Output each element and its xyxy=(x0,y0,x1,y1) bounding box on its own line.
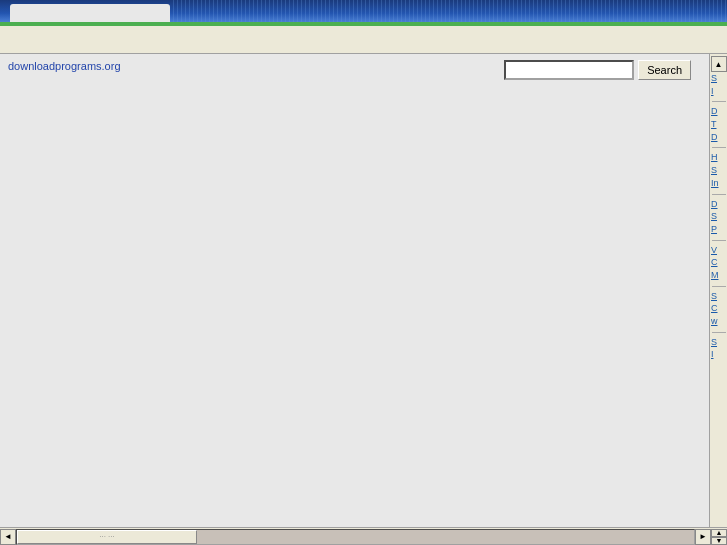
sidebar-link-i1[interactable]: I xyxy=(710,86,727,98)
header-pattern xyxy=(170,0,727,22)
content-area: downloadprograms.org Search xyxy=(0,54,709,527)
sidebar-sep-4 xyxy=(712,240,726,241)
sidebar-link-s3[interactable]: S xyxy=(710,211,727,223)
search-bar: Search xyxy=(504,60,691,80)
corner-up-button[interactable]: ▲ xyxy=(711,529,727,537)
sidebar-scroll-up[interactable]: ▲ xyxy=(711,56,727,72)
sidebar-link-p1[interactable]: P xyxy=(710,224,727,236)
right-sidebar: ▲ S I D T D H S In D S P V C M S C w S I xyxy=(709,54,727,527)
header-bar xyxy=(0,0,727,22)
corner-down-button[interactable]: ▼ xyxy=(711,537,727,545)
sidebar-sep-2 xyxy=(712,147,726,148)
site-title-link[interactable]: downloadprograms.org xyxy=(8,60,121,72)
bottom-scrollbar: ◄ ··· ··· ► ▲ ▼ xyxy=(0,527,727,545)
sidebar-sep-1 xyxy=(712,101,726,102)
sidebar-link-d2[interactable]: D xyxy=(710,132,727,144)
sidebar-sep-6 xyxy=(712,332,726,333)
main-wrapper: downloadprograms.org Search ▲ S I D T D … xyxy=(0,54,727,527)
corner-scroll-area: ▲ ▼ xyxy=(711,529,727,545)
browser-tab[interactable] xyxy=(10,4,170,22)
sidebar-link-h1[interactable]: H xyxy=(710,152,727,164)
sidebar-link-w1[interactable]: w xyxy=(710,316,727,328)
search-button[interactable]: Search xyxy=(638,60,691,80)
toolbar xyxy=(0,26,727,54)
sidebar-link-s2[interactable]: S xyxy=(710,165,727,177)
sidebar-link-s1[interactable]: S xyxy=(710,73,727,85)
sidebar-link-in1[interactable]: In xyxy=(710,178,727,190)
sidebar-link-s5[interactable]: S xyxy=(710,337,727,349)
sidebar-link-s4[interactable]: S xyxy=(710,291,727,303)
sidebar-link-t1[interactable]: T xyxy=(710,119,727,131)
search-input[interactable] xyxy=(504,60,634,80)
sidebar-link-c2[interactable]: C xyxy=(710,303,727,315)
sidebar-sep-3 xyxy=(712,194,726,195)
scroll-right-button[interactable]: ► xyxy=(695,529,711,545)
sidebar-link-d1[interactable]: D xyxy=(710,106,727,118)
sidebar-link-m1[interactable]: M xyxy=(710,270,727,282)
sidebar-link-d3[interactable]: D xyxy=(710,199,727,211)
scrollbar-track[interactable]: ··· ··· xyxy=(16,529,695,545)
thumb-dots: ··· ··· xyxy=(99,532,115,541)
sidebar-link-v1[interactable]: V xyxy=(710,245,727,257)
sidebar-link-c1[interactable]: C xyxy=(710,257,727,269)
scrollbar-thumb[interactable]: ··· ··· xyxy=(17,530,197,544)
scroll-left-button[interactable]: ◄ xyxy=(0,529,16,545)
sidebar-sep-5 xyxy=(712,286,726,287)
sidebar-link-i2[interactable]: I xyxy=(710,349,727,361)
